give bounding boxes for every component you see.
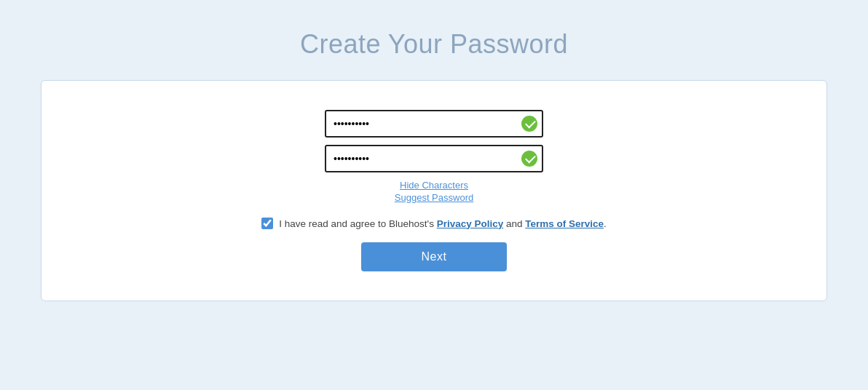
agree-and: and (503, 218, 525, 229)
page-title: Create Your Password (300, 29, 568, 60)
next-button[interactable]: Next (361, 242, 507, 271)
suggest-password-button[interactable]: Suggest Password (395, 192, 473, 203)
password-input[interactable] (325, 110, 543, 138)
confirm-password-input[interactable] (325, 145, 543, 172)
confirm-field-wrapper (325, 145, 543, 172)
agree-text: I have read and agree to Bluehost's Priv… (279, 218, 607, 229)
agree-checkbox[interactable] (261, 218, 273, 229)
privacy-policy-link[interactable]: Privacy Policy (437, 218, 504, 229)
password-field-wrapper (325, 110, 543, 138)
password-card: Hide Characters Suggest Password I have … (41, 80, 827, 301)
hide-characters-button[interactable]: Hide Characters (400, 180, 468, 191)
agree-prefix: I have read and agree to Bluehost's (279, 218, 436, 229)
links-container: Hide Characters Suggest Password (395, 180, 473, 203)
agree-suffix: . (604, 218, 607, 229)
password-valid-icon (521, 116, 537, 132)
check-circle-confirm-icon (521, 151, 537, 167)
terms-link[interactable]: Terms of Service (525, 218, 604, 229)
fields-container (85, 110, 783, 172)
agree-row: I have read and agree to Bluehost's Priv… (261, 218, 607, 229)
confirm-valid-icon (521, 151, 537, 167)
check-circle-icon (521, 116, 537, 132)
